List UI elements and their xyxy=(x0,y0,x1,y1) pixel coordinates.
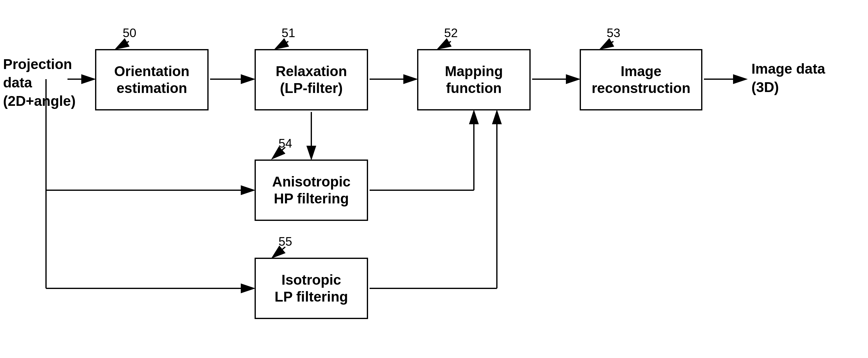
orientation-label: Orientation estimation xyxy=(96,63,207,97)
input-label: Projectiondata(2D+angle) xyxy=(3,55,75,110)
reconstruction-box: Imagereconstruction xyxy=(580,49,702,111)
isotropic-box: IsotropicLP filtering xyxy=(255,258,368,319)
mapping-label: Mappingfunction xyxy=(445,63,503,97)
orientation-box: Orientation estimation xyxy=(95,49,209,111)
anisotropic-label: AnisotropicHP filtering xyxy=(272,173,350,207)
num-50: 50 xyxy=(123,26,136,40)
output-text: Image data(3D) xyxy=(751,61,825,95)
num-52: 52 xyxy=(444,26,458,40)
num-55: 55 xyxy=(279,235,292,248)
reconstruction-label: Imagereconstruction xyxy=(592,63,690,97)
diagram: Orientation estimation Relaxation(LP-fil… xyxy=(0,0,868,358)
anisotropic-box: AnisotropicHP filtering xyxy=(255,159,368,221)
svg-line-15 xyxy=(117,41,129,49)
mapping-box: Mappingfunction xyxy=(417,49,531,111)
input-text: Projectiondata(2D+angle) xyxy=(3,56,75,109)
output-label: Image data(3D) xyxy=(751,60,825,97)
num-53: 53 xyxy=(607,26,620,40)
svg-line-18 xyxy=(601,41,613,49)
relaxation-label: Relaxation(LP-filter) xyxy=(276,63,347,97)
isotropic-label: IsotropicLP filtering xyxy=(275,271,348,305)
svg-line-16 xyxy=(276,41,288,49)
num-54: 54 xyxy=(279,137,292,150)
relaxation-box: Relaxation(LP-filter) xyxy=(255,49,368,111)
svg-line-17 xyxy=(439,41,451,49)
num-51: 51 xyxy=(282,26,296,40)
